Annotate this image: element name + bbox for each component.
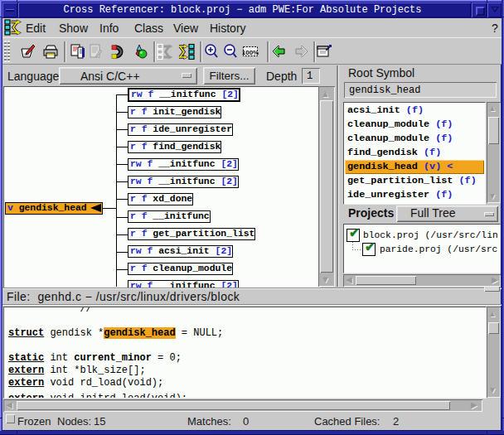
svg-text:100%: 100% [242, 49, 259, 56]
